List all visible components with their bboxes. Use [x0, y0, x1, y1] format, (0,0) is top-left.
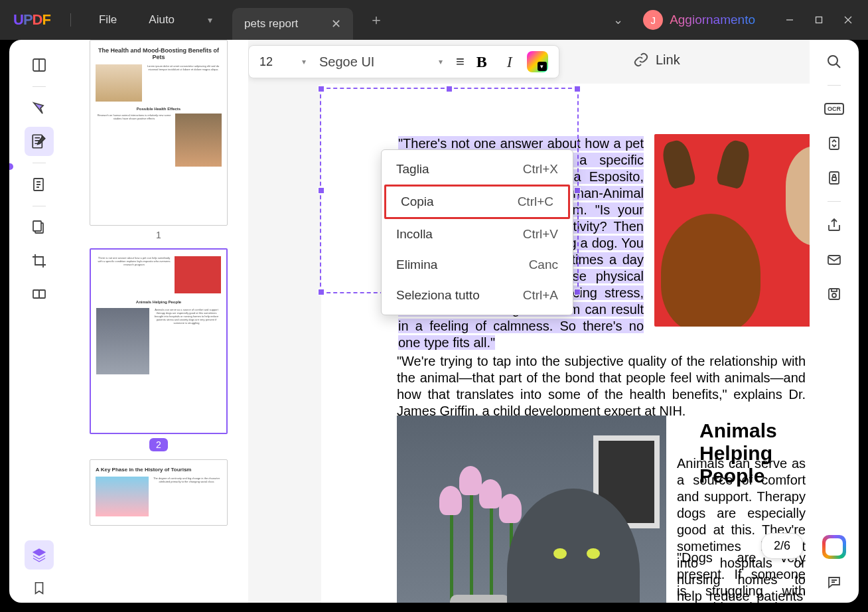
user-avatar[interactable]: J: [643, 10, 663, 30]
compare-icon[interactable]: [25, 279, 54, 309]
document-area: ▾ ▾ ≡ B I ▾ Link "There's not one answer…: [248, 40, 810, 603]
text-color-picker[interactable]: ▾: [527, 51, 548, 72]
menu-file[interactable]: File: [99, 13, 117, 27]
protect-icon[interactable]: [823, 167, 845, 189]
cat-tulips-image: [397, 416, 666, 603]
window-maximize-button[interactable]: [804, 9, 833, 31]
ocr-icon[interactable]: OCR: [823, 98, 845, 120]
thumb-label-2: 2: [149, 438, 168, 451]
scroll-indicator[interactable]: [9, 163, 13, 170]
context-cut[interactable]: TagliaCtrl+X: [382, 154, 573, 185]
svg-rect-8: [33, 221, 41, 231]
svg-rect-9: [33, 290, 39, 298]
window-close-button[interactable]: [833, 9, 863, 31]
thumbnail-page-1[interactable]: The Health and Mood-Boosting Benefits of…: [81, 40, 236, 240]
reader-mode-icon[interactable]: [25, 50, 54, 80]
svg-rect-18: [832, 289, 837, 291]
page-tools-icon[interactable]: [25, 170, 54, 199]
window-minimize-button[interactable]: [775, 9, 804, 31]
dogs-image: [654, 134, 810, 327]
text-format-toolbar: ▾ ▾ ≡ B I ▾: [248, 45, 559, 78]
svg-point-17: [832, 293, 836, 297]
svg-rect-14: [832, 177, 836, 181]
bookmark-icon[interactable]: [25, 574, 54, 603]
tab-add-button[interactable]: ＋: [369, 10, 384, 30]
convert-icon[interactable]: [823, 132, 845, 155]
bold-button[interactable]: B: [471, 53, 492, 71]
app-body: The Health and Mood-Boosting Benefits of…: [9, 40, 859, 603]
chevron-down-icon[interactable]: ⌄: [613, 13, 623, 27]
email-icon[interactable]: [823, 248, 845, 271]
link-icon: [633, 52, 649, 68]
ai-assistant-icon[interactable]: [822, 535, 846, 559]
layers-panel-icon[interactable]: [25, 540, 54, 570]
comments-panel-icon[interactable]: [823, 571, 845, 593]
svg-rect-15: [828, 256, 840, 264]
resize-handle[interactable]: [318, 187, 325, 194]
save-icon[interactable]: [823, 283, 845, 305]
crop-icon[interactable]: [25, 246, 54, 275]
svg-rect-12: [830, 137, 839, 149]
tab-list-dropdown[interactable]: ▾: [204, 11, 216, 29]
context-copy[interactable]: CopiaCtrl+C: [384, 185, 570, 219]
share-icon[interactable]: [823, 214, 845, 236]
resize-handle[interactable]: [318, 289, 325, 295]
divider: [70, 13, 71, 27]
align-icon[interactable]: ≡: [456, 53, 465, 70]
svg-rect-10: [39, 290, 45, 298]
font-name-input[interactable]: [319, 54, 432, 70]
organize-pages-icon[interactable]: [25, 213, 54, 242]
tab-title: pets report: [244, 17, 298, 31]
thumbnail-page-2[interactable]: There is not one answer about how a pet …: [81, 248, 236, 451]
resize-handle[interactable]: [574, 187, 581, 194]
resize-handle[interactable]: [574, 289, 581, 295]
thumb-label-1: 1: [81, 230, 236, 240]
svg-point-11: [828, 56, 837, 65]
search-icon[interactable]: [823, 50, 845, 73]
context-menu: TagliaCtrl+X CopiaCtrl+C IncollaCtrl+V E…: [381, 149, 573, 315]
page-indicator[interactable]: 2/6: [761, 533, 803, 559]
context-delete[interactable]: EliminaCanc: [382, 250, 573, 280]
resize-handle[interactable]: [574, 86, 581, 92]
menu-help[interactable]: Aiuto: [149, 13, 175, 27]
context-select-all[interactable]: Seleziona tuttoCtrl+A: [382, 280, 573, 311]
body-paragraph-2[interactable]: "We're trying to tap into the subjective…: [397, 353, 806, 420]
thumbnail-panel: The Health and Mood-Boosting Benefits of…: [69, 40, 248, 603]
resize-handle[interactable]: [318, 86, 325, 92]
app-logo: UPDF: [13, 11, 50, 29]
context-paste[interactable]: IncollaCtrl+V: [382, 219, 573, 250]
titlebar: UPDF File Aiuto ▾ pets report ✕ ＋ ⌄ J Ag…: [0, 0, 868, 40]
link-tool[interactable]: Link: [633, 52, 680, 68]
right-sidebar: OCR: [810, 40, 859, 603]
thumbnail-page-3[interactable]: A Key Phase in the History of Tourism Th…: [81, 459, 236, 526]
italic-button[interactable]: I: [499, 53, 520, 71]
document-tab[interactable]: pets report ✕: [232, 8, 353, 40]
svg-rect-13: [830, 172, 839, 184]
svg-rect-1: [816, 17, 822, 23]
tab-close-icon[interactable]: ✕: [331, 17, 341, 31]
comment-tool-icon[interactable]: [25, 94, 54, 123]
resize-handle[interactable]: [446, 86, 453, 92]
edit-tool-icon[interactable]: [25, 127, 54, 156]
fontname-dropdown-icon[interactable]: ▾: [439, 57, 443, 66]
left-sidebar: [9, 40, 69, 603]
font-size-input[interactable]: [259, 55, 295, 69]
fontsize-dropdown-icon[interactable]: ▾: [302, 57, 306, 66]
upgrade-link[interactable]: Aggiornamento: [670, 13, 755, 27]
